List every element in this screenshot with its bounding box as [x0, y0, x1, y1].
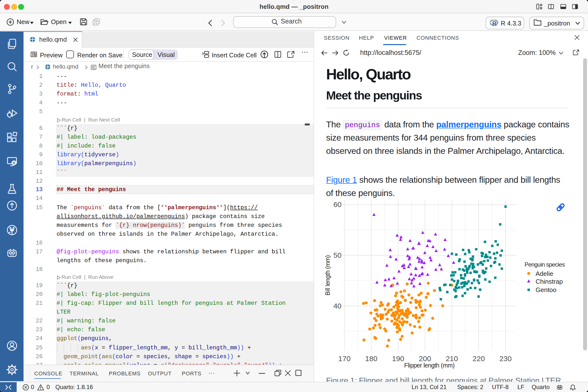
svg-text:210: 210 — [446, 354, 458, 362]
svg-text:Bill length (mm): Bill length (mm) — [324, 255, 331, 295]
svg-text:40: 40 — [333, 302, 341, 310]
svg-text:180: 180 — [365, 354, 377, 362]
svg-text:50: 50 — [333, 251, 341, 259]
svg-text:Adelie: Adelie — [535, 270, 553, 277]
svg-text:Penguin species: Penguin species — [524, 261, 565, 268]
svg-text:Flipper length (mm): Flipper length (mm) — [404, 362, 454, 368]
svg-text:60: 60 — [333, 200, 341, 208]
svg-text:Gentoo: Gentoo — [535, 286, 556, 293]
svg-text:220: 220 — [472, 354, 484, 362]
svg-text:170: 170 — [338, 354, 350, 362]
svg-text:R: R — [492, 20, 496, 26]
svg-text:200: 200 — [419, 354, 431, 362]
svg-text:190: 190 — [392, 354, 404, 362]
svg-text:230: 230 — [499, 354, 511, 362]
svg-text:Chinstrap: Chinstrap — [535, 278, 562, 285]
